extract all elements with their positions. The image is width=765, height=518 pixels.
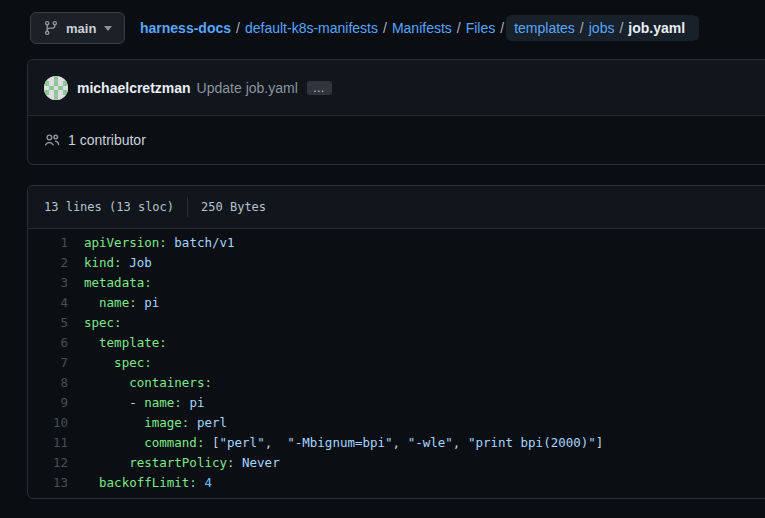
breadcrumb: harness-docs/default-k8s-manifests/Manif… bbox=[140, 0, 699, 56]
line-number[interactable]: 13 bbox=[28, 473, 68, 493]
line-number[interactable]: 8 bbox=[28, 373, 68, 393]
line-number[interactable]: 3 bbox=[28, 273, 68, 293]
code-line: 8 containers: bbox=[28, 373, 765, 393]
branch-name-label: main bbox=[66, 21, 96, 36]
code-line: 12 restartPolicy: Never bbox=[28, 453, 765, 473]
file-size-info: 250 Bytes bbox=[201, 200, 266, 214]
code-line: 1apiVersion: batch/v1 bbox=[28, 233, 765, 253]
code-line-text: apiVersion: batch/v1 bbox=[68, 233, 235, 253]
code-line: 6 template: bbox=[28, 333, 765, 353]
file-box: 13 lines (13 sloc) 250 Bytes 1apiVersion… bbox=[27, 185, 765, 499]
breadcrumb-link[interactable]: Files bbox=[466, 20, 496, 36]
code-line-text: spec: bbox=[68, 313, 122, 333]
code-line-text: restartPolicy: Never bbox=[68, 453, 280, 473]
breadcrumb-link[interactable]: templates bbox=[514, 20, 575, 36]
breadcrumb-link[interactable]: Manifests bbox=[392, 20, 452, 36]
file-header: 13 lines (13 sloc) 250 Bytes bbox=[28, 186, 765, 229]
breadcrumb-highlight: templates/jobs/job.yaml bbox=[506, 15, 699, 41]
people-icon bbox=[44, 132, 60, 148]
breadcrumb-separator: / bbox=[383, 20, 387, 36]
breadcrumb-repo-link[interactable]: harness-docs bbox=[140, 20, 231, 36]
line-number[interactable]: 10 bbox=[28, 413, 68, 433]
breadcrumb-separator: / bbox=[457, 20, 461, 36]
avatar[interactable] bbox=[44, 76, 68, 100]
code-line: 7 spec: bbox=[28, 353, 765, 373]
code-view: 1apiVersion: batch/v12kind: Job3metadata… bbox=[28, 229, 765, 498]
code-line-text: spec: bbox=[68, 353, 152, 373]
line-number[interactable]: 12 bbox=[28, 453, 68, 473]
breadcrumb-link[interactable]: jobs bbox=[589, 20, 615, 36]
line-number[interactable]: 4 bbox=[28, 293, 68, 313]
line-number[interactable]: 6 bbox=[28, 333, 68, 353]
code-line-text: name: pi bbox=[68, 293, 159, 313]
breadcrumb-separator: / bbox=[236, 20, 240, 36]
code-line-text: metadata: bbox=[68, 273, 152, 293]
breadcrumb-current-file: job.yaml bbox=[628, 20, 685, 36]
commit-author-link[interactable]: michaelcretzman bbox=[77, 80, 191, 96]
line-number[interactable]: 9 bbox=[28, 393, 68, 413]
code-line: 13 backoffLimit: 4 bbox=[28, 473, 765, 493]
top-navigation: main harness-docs/default-k8s-manifests/… bbox=[0, 0, 765, 56]
code-line-text: containers: bbox=[68, 373, 212, 393]
line-number[interactable]: 7 bbox=[28, 353, 68, 373]
code-line-text: image: perl bbox=[68, 413, 227, 433]
breadcrumb-separator: / bbox=[500, 20, 504, 36]
code-line: 11 command: ["perl", "-Mbignum=bpi", "-w… bbox=[28, 433, 765, 453]
branch-selector-button[interactable]: main bbox=[30, 12, 125, 44]
line-number[interactable]: 11 bbox=[28, 433, 68, 453]
code-line: 5spec: bbox=[28, 313, 765, 333]
breadcrumb-link[interactable]: default-k8s-manifests bbox=[245, 20, 378, 36]
code-line-text: template: bbox=[68, 333, 167, 353]
git-branch-icon bbox=[43, 20, 59, 36]
line-number[interactable]: 2 bbox=[28, 253, 68, 273]
commit-message-link[interactable]: Update job.yaml bbox=[197, 80, 298, 96]
breadcrumb-separator: / bbox=[580, 20, 584, 36]
code-line: 9 - name: pi bbox=[28, 393, 765, 413]
code-line: 2kind: Job bbox=[28, 253, 765, 273]
file-lines-info: 13 lines (13 sloc) bbox=[44, 200, 174, 214]
chevron-down-icon bbox=[104, 26, 112, 31]
divider bbox=[187, 197, 188, 217]
code-line-text: kind: Job bbox=[68, 253, 152, 273]
contributors-label: 1 contributor bbox=[68, 132, 146, 148]
code-line-text: command: ["perl", "-Mbignum=bpi", "-wle"… bbox=[68, 433, 603, 453]
code-line: 4 name: pi bbox=[28, 293, 765, 313]
commit-header: michaelcretzman Update job.yaml … bbox=[28, 60, 765, 116]
breadcrumb-separator: / bbox=[619, 20, 623, 36]
code-line-text: - name: pi bbox=[68, 393, 204, 413]
line-number[interactable]: 1 bbox=[28, 233, 68, 253]
line-number[interactable]: 5 bbox=[28, 313, 68, 333]
page: { "colors": { "page_bg": "#0a0d12", "pan… bbox=[0, 0, 765, 518]
code-line-text: backoffLimit: 4 bbox=[68, 473, 212, 493]
code-line: 3metadata: bbox=[28, 273, 765, 293]
commit-box: michaelcretzman Update job.yaml … 1 cont… bbox=[27, 59, 765, 165]
commit-more-button[interactable]: … bbox=[307, 81, 332, 95]
contributors-row[interactable]: 1 contributor bbox=[28, 116, 765, 164]
code-line: 10 image: perl bbox=[28, 413, 765, 433]
